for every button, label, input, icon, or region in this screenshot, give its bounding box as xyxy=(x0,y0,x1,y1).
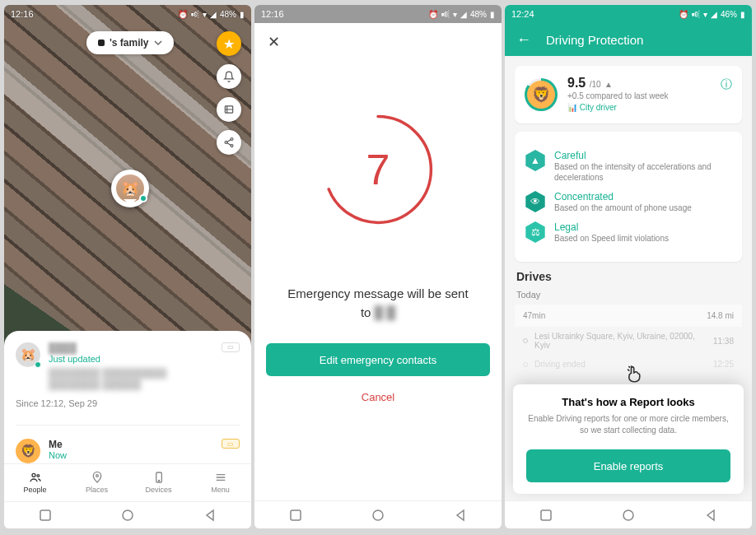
drive-summary-row[interactable]: 47min 14.8 mi xyxy=(515,305,742,327)
member-pin[interactable]: 🐹 xyxy=(111,170,149,207)
score-card: 🦁 9.5 /10 ▲ +0.5 compared to last week 📊… xyxy=(515,66,742,123)
bottom-sheet[interactable]: 🐹 ████ Just updated ████████ ██████████ … xyxy=(4,331,251,464)
family-chip[interactable]: 's family xyxy=(86,31,174,54)
star-button[interactable]: ★ xyxy=(217,31,241,56)
score-delta: +0.5 compared to last week xyxy=(567,91,669,102)
cancel-button[interactable]: Cancel xyxy=(362,391,394,403)
emergency-content: ✕ 7 Emergency message will be sent to █ … xyxy=(254,23,502,500)
trait-icon: ▲ xyxy=(525,150,546,171)
drives-today-label: Today xyxy=(516,290,740,300)
screen-emergency: 12:16 ⏰🕬▾◢ 48%▮ ✕ 7 Emergency message wi… xyxy=(254,5,502,528)
tab-people[interactable]: People xyxy=(4,464,66,500)
app-header: ← Driving Protection xyxy=(505,23,752,56)
battery-badge: ▭ xyxy=(222,439,240,449)
screen-driving: 12:24 ⏰🕬▾◢ 46%▮ ← Driving Protection 🦁 9… xyxy=(505,5,752,528)
score-avatar: 🦁 xyxy=(525,78,558,111)
status-bar: 12:24 ⏰🕬▾◢ 46%▮ xyxy=(505,5,752,23)
trait-icon: 👁 xyxy=(525,191,546,212)
trait-row: ⚖ Legal Based on Speed limit violations xyxy=(525,221,732,244)
svg-point-4 xyxy=(32,474,35,477)
svg-rect-14 xyxy=(541,510,551,520)
list-item[interactable]: 🐹 ████ Just updated ████████ ██████████ … xyxy=(16,342,240,391)
android-nav-bar xyxy=(254,500,502,528)
status-right: ⏰🕬▾◢ 46%▮ xyxy=(679,10,745,19)
status-time: 12:16 xyxy=(261,9,284,19)
home-key[interactable] xyxy=(371,508,385,523)
trait-icon: ⚖ xyxy=(525,221,546,243)
trait-row: ▲ Careful Based on the intensity of acce… xyxy=(525,150,732,183)
svg-point-10 xyxy=(123,510,133,520)
svg-point-13 xyxy=(373,510,383,520)
map-style-button[interactable] xyxy=(217,97,241,122)
recent-apps-key[interactable] xyxy=(288,508,303,523)
tab-menu[interactable]: Menu xyxy=(189,464,251,500)
trait-row: 👁 Concentrated Based on the amount of ph… xyxy=(525,191,732,213)
back-key[interactable] xyxy=(703,508,718,523)
drives-header: Drives xyxy=(516,270,740,283)
map[interactable]: 's family ★ 🐹 xyxy=(4,5,251,346)
member-status: Just updated xyxy=(49,354,213,364)
countdown-spinner: 7 xyxy=(320,112,436,227)
tab-bar: People Places Devices Menu xyxy=(4,463,251,500)
enable-reports-overlay: That's how a Report looks Enable Driving… xyxy=(513,384,744,494)
emergency-message: Emergency message will be sent to █ █ xyxy=(287,285,468,322)
back-key[interactable] xyxy=(453,508,468,523)
avatar-icon: 🐹 xyxy=(16,342,40,367)
close-icon[interactable]: ✕ xyxy=(268,33,280,51)
info-icon[interactable]: ⓘ xyxy=(721,77,732,92)
home-key[interactable] xyxy=(621,508,636,523)
svg-rect-12 xyxy=(291,510,301,520)
notifications-button[interactable] xyxy=(217,64,241,89)
status-bar: 12:16 ⏰🕬▾◢ 48%▮ xyxy=(254,5,502,23)
back-key[interactable] xyxy=(203,508,217,523)
status-right: ⏰🕬▾◢ 48%▮ xyxy=(428,10,495,19)
driving-body: 🦁 9.5 /10 ▲ +0.5 compared to last week 📊… xyxy=(505,56,752,500)
android-nav-bar xyxy=(505,500,752,528)
overlay-title: That's how a Report looks xyxy=(526,396,730,408)
pointer-icon xyxy=(624,363,646,389)
tab-devices[interactable]: Devices xyxy=(128,464,189,500)
traits-card: ▲ Careful Based on the intensity of acce… xyxy=(515,132,742,262)
since-label: Since 12:12, Sep 29 xyxy=(16,398,240,408)
svg-point-5 xyxy=(37,475,40,477)
enable-reports-button[interactable]: Enable reports xyxy=(526,449,730,482)
overlay-desc: Enable Driving reports for one or more c… xyxy=(526,413,730,436)
tab-places[interactable]: Places xyxy=(66,464,128,500)
page-title: Driving Protection xyxy=(546,33,643,47)
svg-point-6 xyxy=(96,475,98,477)
online-indicator xyxy=(139,194,147,202)
battery-badge: ▭ xyxy=(222,342,240,352)
route-row: Lesi Ukrainky Square, Kyiv, Ukraine, 020… xyxy=(515,327,742,355)
android-nav-bar xyxy=(4,501,251,529)
family-chip-label: 's family xyxy=(110,37,149,49)
member-name: Me xyxy=(49,439,213,450)
score-value: 9.5 /10 ▲ xyxy=(567,76,669,91)
status-bar: 12:16 ⏰🕬▾◢ 48%▮ xyxy=(4,5,251,23)
status-time: 12:24 xyxy=(511,9,534,19)
svg-point-11 xyxy=(325,117,432,223)
recent-apps-key[interactable] xyxy=(539,508,553,523)
home-key[interactable] xyxy=(120,508,135,523)
status-time: 12:16 xyxy=(11,9,34,19)
screen-map: 12:16 ⏰🕬▾◢ 48%▮ 's family ★ xyxy=(4,5,251,528)
member-name: ████ xyxy=(49,342,213,354)
member-address: ████████ ██████████ ████████ ██████ xyxy=(49,367,213,391)
status-right: ⏰🕬▾◢ 48%▮ xyxy=(178,10,245,19)
svg-point-15 xyxy=(623,510,633,520)
share-button[interactable] xyxy=(217,130,241,155)
edit-contacts-button[interactable]: Edit emergency contacts xyxy=(266,343,490,376)
score-tag: 📊 City driver xyxy=(567,103,617,112)
avatar-icon: 🦁 xyxy=(16,439,40,463)
svg-rect-9 xyxy=(40,510,50,520)
recent-apps-key[interactable] xyxy=(38,508,53,523)
svg-point-8 xyxy=(158,481,159,482)
member-status: Now xyxy=(49,450,213,460)
back-icon[interactable]: ← xyxy=(516,31,531,49)
list-item[interactable]: 🦁 Me Now ▭ xyxy=(16,439,240,463)
